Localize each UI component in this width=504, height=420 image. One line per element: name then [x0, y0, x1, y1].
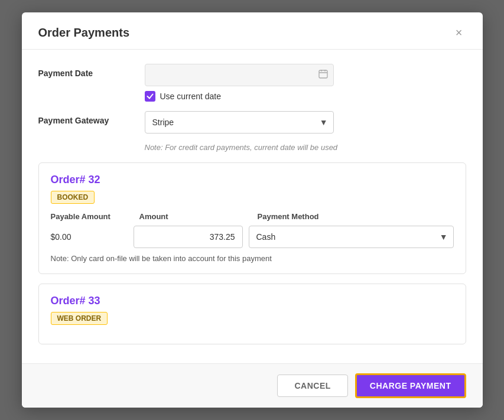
- payment-gateway-controls: Stripe PayPal Manual ▼: [145, 111, 466, 134]
- close-button[interactable]: ×: [452, 25, 466, 40]
- order-32-card: Order# 32 BOOKED Payable Amount Amount P…: [38, 162, 466, 274]
- order-32-fields-header: Payable Amount Amount Payment Method: [51, 212, 454, 221]
- payment-date-controls: Use current date: [145, 64, 466, 102]
- modal-title: Order Payments: [38, 26, 130, 40]
- order-32-title: Order# 32: [51, 174, 454, 186]
- payment-gateway-row: Payment Gateway Stripe PayPal Manual ▼: [38, 111, 466, 134]
- modal-header: Order Payments ×: [22, 12, 483, 50]
- order-32-badge: BOOKED: [51, 191, 95, 204]
- date-input-wrapper: [145, 64, 334, 86]
- payment-date-row: Payment Date: [38, 64, 466, 102]
- payment-gateway-note: Note: For credit card payments, current …: [145, 143, 466, 152]
- modal-overlay: Order Payments × Payment Date: [0, 0, 504, 420]
- order-32-payable-amount: $0.00: [51, 232, 128, 242]
- payment-date-label: Payment Date: [38, 64, 145, 78]
- order-payments-modal: Order Payments × Payment Date: [22, 12, 483, 408]
- order-33-badge: WEB ORDER: [51, 312, 108, 325]
- order-32-method-header: Payment Method: [258, 212, 454, 221]
- cancel-button[interactable]: CANCEL: [277, 375, 347, 397]
- order-32-fields-row: $0.00 Cash Credit Card Check Other ▼: [51, 226, 454, 248]
- payment-gateway-label: Payment Gateway: [38, 111, 145, 125]
- order-33-title: Order# 33: [51, 295, 454, 307]
- order-32-payable-header: Payable Amount: [51, 212, 134, 221]
- order-32-note: Note: Only card on-file will be taken in…: [51, 254, 454, 263]
- modal-footer: CANCEL CHARGE PAYMENT: [22, 363, 483, 408]
- use-current-date-checkbox[interactable]: [145, 91, 155, 102]
- order-32-amount-header: Amount: [139, 212, 258, 221]
- payment-gateway-select[interactable]: Stripe PayPal Manual: [145, 111, 334, 134]
- payment-gateway-select-wrapper: Stripe PayPal Manual ▼: [145, 111, 334, 134]
- modal-body: Payment Date: [22, 50, 483, 363]
- order-33-card: Order# 33 WEB ORDER: [38, 284, 466, 344]
- order-32-method-select[interactable]: Cash Credit Card Check Other: [249, 226, 454, 248]
- payment-date-input[interactable]: [145, 64, 334, 86]
- charge-payment-button[interactable]: CHARGE PAYMENT: [355, 373, 466, 398]
- use-current-date-row: Use current date: [145, 91, 466, 102]
- use-current-date-label: Use current date: [160, 92, 222, 101]
- order-32-amount-input[interactable]: [134, 226, 243, 248]
- order-32-method-wrapper: Cash Credit Card Check Other ▼: [249, 226, 454, 248]
